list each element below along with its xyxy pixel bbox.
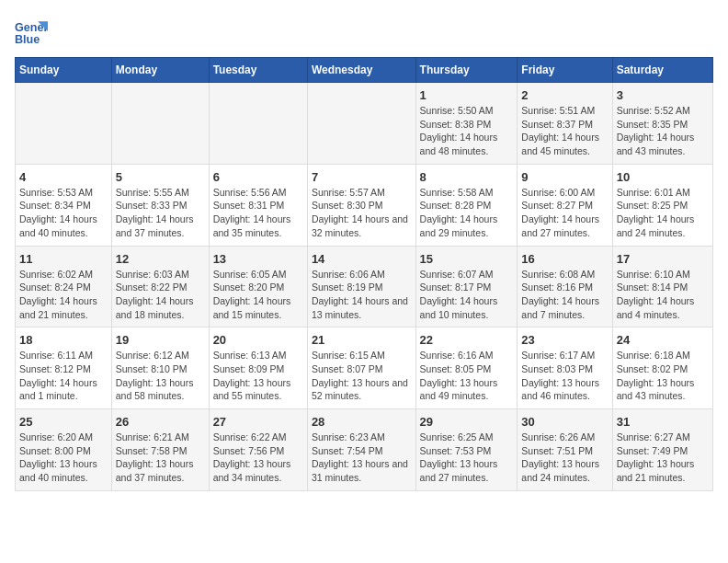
calendar-cell: 22Sunrise: 6:16 AM Sunset: 8:05 PM Dayli… (415, 327, 518, 409)
day-number: 17 (617, 252, 709, 266)
calendar-cell: 11Sunrise: 6:02 AM Sunset: 8:24 PM Dayli… (16, 246, 112, 327)
calendar-cell: 20Sunrise: 6:13 AM Sunset: 8:09 PM Dayli… (209, 327, 307, 409)
day-number: 24 (617, 333, 709, 347)
weekday-header-saturday: Saturday (612, 58, 712, 83)
calendar-cell: 30Sunrise: 6:26 AM Sunset: 7:51 PM Dayli… (518, 409, 612, 491)
calendar-cell: 7Sunrise: 5:57 AM Sunset: 8:30 PM Daylig… (307, 164, 415, 246)
day-info: Sunrise: 6:18 AM Sunset: 8:02 PM Dayligh… (617, 349, 709, 403)
calendar-cell: 27Sunrise: 6:22 AM Sunset: 7:56 PM Dayli… (209, 409, 307, 491)
calendar-cell: 1Sunrise: 5:50 AM Sunset: 8:38 PM Daylig… (415, 83, 518, 165)
day-number: 5 (116, 170, 205, 184)
calendar-cell: 17Sunrise: 6:10 AM Sunset: 8:14 PM Dayli… (612, 246, 712, 327)
day-info: Sunrise: 6:25 AM Sunset: 7:53 PM Dayligh… (420, 431, 514, 485)
calendar-week-row: 25Sunrise: 6:20 AM Sunset: 8:00 PM Dayli… (16, 409, 713, 491)
weekday-header-tuesday: Tuesday (209, 58, 307, 83)
day-number: 15 (420, 252, 514, 266)
day-info: Sunrise: 6:21 AM Sunset: 7:58 PM Dayligh… (116, 431, 205, 485)
calendar-cell: 9Sunrise: 6:00 AM Sunset: 8:27 PM Daylig… (518, 164, 612, 246)
logo: General Blue (15, 15, 51, 48)
calendar-cell (16, 83, 112, 165)
calendar-cell: 10Sunrise: 6:01 AM Sunset: 8:25 PM Dayli… (612, 164, 712, 246)
calendar-week-row: 18Sunrise: 6:11 AM Sunset: 8:12 PM Dayli… (16, 327, 713, 409)
day-number: 6 (213, 170, 303, 184)
day-number: 8 (420, 170, 514, 184)
calendar-cell: 2Sunrise: 5:51 AM Sunset: 8:37 PM Daylig… (518, 83, 612, 165)
day-number: 20 (213, 333, 303, 347)
day-number: 11 (19, 252, 108, 266)
day-info: Sunrise: 6:13 AM Sunset: 8:09 PM Dayligh… (213, 349, 303, 403)
day-info: Sunrise: 6:01 AM Sunset: 8:25 PM Dayligh… (617, 186, 709, 240)
day-number: 30 (521, 415, 608, 429)
day-info: Sunrise: 6:07 AM Sunset: 8:17 PM Dayligh… (420, 268, 514, 322)
day-info: Sunrise: 5:57 AM Sunset: 8:30 PM Dayligh… (312, 186, 412, 240)
calendar-cell: 14Sunrise: 6:06 AM Sunset: 8:19 PM Dayli… (307, 246, 415, 327)
calendar-cell (209, 83, 307, 165)
day-number: 18 (19, 333, 108, 347)
calendar-table: SundayMondayTuesdayWednesdayThursdayFrid… (15, 57, 713, 491)
day-number: 12 (116, 252, 205, 266)
day-number: 23 (521, 333, 608, 347)
calendar-week-row: 4Sunrise: 5:53 AM Sunset: 8:34 PM Daylig… (16, 164, 713, 246)
day-number: 29 (420, 415, 514, 429)
page-header: General Blue (15, 15, 713, 48)
day-info: Sunrise: 5:51 AM Sunset: 8:37 PM Dayligh… (521, 104, 608, 158)
calendar-cell: 13Sunrise: 6:05 AM Sunset: 8:20 PM Dayli… (209, 246, 307, 327)
day-number: 4 (19, 170, 108, 184)
calendar-cell: 8Sunrise: 5:58 AM Sunset: 8:28 PM Daylig… (415, 164, 518, 246)
day-number: 14 (312, 252, 412, 266)
calendar-cell (111, 83, 209, 165)
calendar-cell: 16Sunrise: 6:08 AM Sunset: 8:16 PM Dayli… (518, 246, 612, 327)
weekday-header-sunday: Sunday (16, 58, 112, 83)
day-number: 26 (116, 415, 205, 429)
calendar-cell: 19Sunrise: 6:12 AM Sunset: 8:10 PM Dayli… (111, 327, 209, 409)
day-number: 1 (420, 88, 514, 102)
weekday-header-thursday: Thursday (415, 58, 518, 83)
day-number: 21 (312, 333, 412, 347)
calendar-cell: 26Sunrise: 6:21 AM Sunset: 7:58 PM Dayli… (111, 409, 209, 491)
day-number: 28 (312, 415, 412, 429)
day-number: 31 (617, 415, 709, 429)
day-number: 2 (521, 88, 608, 102)
calendar-week-row: 1Sunrise: 5:50 AM Sunset: 8:38 PM Daylig… (16, 83, 713, 165)
day-info: Sunrise: 6:26 AM Sunset: 7:51 PM Dayligh… (521, 431, 608, 485)
day-info: Sunrise: 5:55 AM Sunset: 8:33 PM Dayligh… (116, 186, 205, 240)
day-number: 10 (617, 170, 709, 184)
calendar-cell: 6Sunrise: 5:56 AM Sunset: 8:31 PM Daylig… (209, 164, 307, 246)
day-number: 25 (19, 415, 108, 429)
calendar-cell: 15Sunrise: 6:07 AM Sunset: 8:17 PM Dayli… (415, 246, 518, 327)
day-number: 9 (521, 170, 608, 184)
calendar-cell: 3Sunrise: 5:52 AM Sunset: 8:35 PM Daylig… (612, 83, 712, 165)
weekday-header-monday: Monday (111, 58, 209, 83)
day-info: Sunrise: 6:06 AM Sunset: 8:19 PM Dayligh… (312, 268, 412, 322)
calendar-week-row: 11Sunrise: 6:02 AM Sunset: 8:24 PM Dayli… (16, 246, 713, 327)
day-info: Sunrise: 6:00 AM Sunset: 8:27 PM Dayligh… (521, 186, 608, 240)
calendar-header-row: SundayMondayTuesdayWednesdayThursdayFrid… (16, 58, 713, 83)
day-number: 7 (312, 170, 412, 184)
day-info: Sunrise: 6:15 AM Sunset: 8:07 PM Dayligh… (312, 349, 412, 403)
day-info: Sunrise: 5:56 AM Sunset: 8:31 PM Dayligh… (213, 186, 303, 240)
day-number: 13 (213, 252, 303, 266)
day-info: Sunrise: 6:17 AM Sunset: 8:03 PM Dayligh… (521, 349, 608, 403)
day-number: 19 (116, 333, 205, 347)
day-number: 27 (213, 415, 303, 429)
day-info: Sunrise: 6:05 AM Sunset: 8:20 PM Dayligh… (213, 268, 303, 322)
day-info: Sunrise: 5:53 AM Sunset: 8:34 PM Dayligh… (19, 186, 108, 240)
day-number: 3 (617, 88, 709, 102)
day-info: Sunrise: 6:08 AM Sunset: 8:16 PM Dayligh… (521, 268, 608, 322)
calendar-cell: 25Sunrise: 6:20 AM Sunset: 8:00 PM Dayli… (16, 409, 112, 491)
calendar-cell: 29Sunrise: 6:25 AM Sunset: 7:53 PM Dayli… (415, 409, 518, 491)
calendar-cell: 18Sunrise: 6:11 AM Sunset: 8:12 PM Dayli… (16, 327, 112, 409)
day-info: Sunrise: 6:16 AM Sunset: 8:05 PM Dayligh… (420, 349, 514, 403)
day-info: Sunrise: 5:58 AM Sunset: 8:28 PM Dayligh… (420, 186, 514, 240)
day-info: Sunrise: 6:27 AM Sunset: 7:49 PM Dayligh… (617, 431, 709, 485)
weekday-header-friday: Friday (518, 58, 612, 83)
calendar-cell: 12Sunrise: 6:03 AM Sunset: 8:22 PM Dayli… (111, 246, 209, 327)
day-info: Sunrise: 6:22 AM Sunset: 7:56 PM Dayligh… (213, 431, 303, 485)
calendar-cell: 21Sunrise: 6:15 AM Sunset: 8:07 PM Dayli… (307, 327, 415, 409)
weekday-header-wednesday: Wednesday (307, 58, 415, 83)
day-number: 16 (521, 252, 608, 266)
day-info: Sunrise: 6:10 AM Sunset: 8:14 PM Dayligh… (617, 268, 709, 322)
calendar-cell: 23Sunrise: 6:17 AM Sunset: 8:03 PM Dayli… (518, 327, 612, 409)
calendar-cell: 4Sunrise: 5:53 AM Sunset: 8:34 PM Daylig… (16, 164, 112, 246)
day-info: Sunrise: 6:20 AM Sunset: 8:00 PM Dayligh… (19, 431, 108, 485)
